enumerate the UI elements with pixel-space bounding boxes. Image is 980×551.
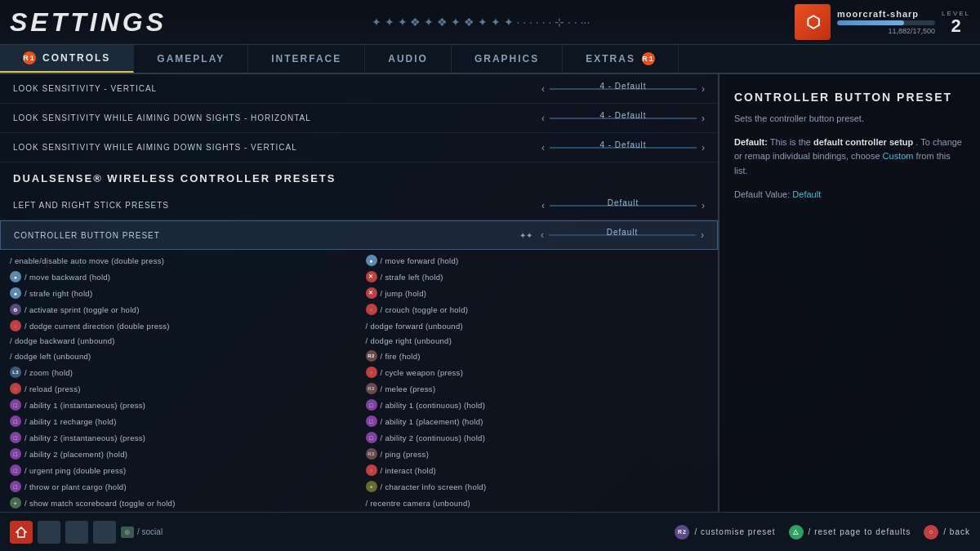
keybind-text-r6: / fire (hold) <box>381 352 421 361</box>
keybind-icon-r14: ✦ <box>366 481 377 492</box>
keybind-text-r8: / melee (press) <box>381 384 436 393</box>
bottom-left: ⊕ / social <box>10 521 163 544</box>
player-info: ⬡ moorcraft-sharp 11,882/17,500 LEVEL 2 <box>795 4 970 40</box>
keybind-icon-l7: L3 <box>10 367 21 378</box>
keybind-icon-l11: □ <box>10 432 21 443</box>
tab-extras[interactable]: EXTRAS R1 <box>563 45 679 73</box>
setting-row-button-preset[interactable]: CONTROLLER BUTTON PRESET ✦✦ ‹ Default › <box>0 220 718 250</box>
arrow-right-look-v-ads[interactable]: › <box>702 142 705 153</box>
bottom-home-btn[interactable] <box>10 521 33 544</box>
header: SETTINGS ✦ ✦ ✦ ❖ ✦ ❖ ✦ ❖ ✦ ✦ ✦ · · · · ·… <box>0 0 980 45</box>
keybind-icon-r3: ○ <box>366 304 377 315</box>
btn-triangle: △ <box>789 525 804 540</box>
xp-text: 11,882/17,500 <box>837 27 935 35</box>
keybind-text-l8: / reload (press) <box>24 384 81 393</box>
info-title: CONTROLLER BUTTON PRESET <box>734 91 965 104</box>
keybind-icon-r7: ○ <box>366 367 377 378</box>
keybind-left-6: / dodge left (unbound) <box>7 349 356 363</box>
keybind-text-r2: / jump (hold) <box>381 289 427 298</box>
setting-value-stick: Default <box>550 205 697 207</box>
value-bar-button: Default <box>549 234 696 236</box>
keybind-right-7: ○ / cycle weapon (press) <box>363 365 712 380</box>
keybind-text-r15: / recentre camera (unbound) <box>366 499 471 508</box>
value-text-stick: Default <box>550 198 697 207</box>
keybind-left-12: □ / ability 2 (placement) (hold) <box>7 447 356 461</box>
setting-control-button: ✦✦ ‹ Default › <box>519 229 704 241</box>
preset-icon: ✦✦ <box>519 231 532 240</box>
arrow-left-stick[interactable]: ‹ <box>541 200 545 211</box>
page-title: SETTINGS <box>10 7 167 38</box>
keybind-text-l9: / ability 1 (instantaneous) (press) <box>24 401 145 410</box>
xp-bar <box>837 20 935 25</box>
keybind-text-r10: / ability 1 (placement) (hold) <box>381 417 483 426</box>
bottom-tab-3[interactable] <box>93 521 116 544</box>
keybind-text-l6: / dodge left (unbound) <box>10 352 91 361</box>
header-icons: ✦ ✦ ✦ ❖ ✦ ❖ ✦ ❖ ✦ ✦ ✦ · · · · · · ⊹ · · … <box>167 16 795 29</box>
arrow-right-stick[interactable]: › <box>702 200 705 211</box>
keybind-left-10: □ / ability 1 recharge (hold) <box>7 414 356 429</box>
info-default-text-1: This is the <box>770 137 813 147</box>
keybind-text-r9: / ability 1 (continuous) (hold) <box>381 401 486 410</box>
arrow-right-button[interactable]: › <box>701 229 704 241</box>
keybind-right-3: ○ / crouch (toggle or hold) <box>363 302 712 317</box>
bottom-tab-2[interactable] <box>65 521 88 544</box>
setting-control-look-h-ads: ‹ 4 - Default › <box>541 113 705 124</box>
keybind-icon-l3: ⚙ <box>10 304 21 315</box>
btn-circle: ○ <box>924 525 938 540</box>
tab-audio[interactable]: AUDIO <box>365 45 452 73</box>
tab-graphics[interactable]: GRAPHICS <box>452 45 563 73</box>
keybind-right-4: / dodge forward (unbound) <box>363 318 712 333</box>
arrow-left-look-v[interactable]: ‹ <box>541 83 545 95</box>
keybind-left-14: □ / throw or plant cargo (hold) <box>7 479 356 494</box>
value-bar-look-v: 4 - Default <box>550 88 697 90</box>
setting-value-look-v-ads: 4 - Default <box>550 147 697 149</box>
xp-fill <box>837 20 904 25</box>
controls-badge-left: R1 <box>23 51 36 64</box>
tab-gameplay[interactable]: GAMEPLAY <box>134 45 248 73</box>
keybind-icon-l9: □ <box>10 399 21 411</box>
info-default-bold: default controller setup <box>813 137 913 147</box>
bottom-tab-1[interactable] <box>38 521 60 544</box>
keybind-text-r4: / dodge forward (unbound) <box>366 322 463 331</box>
keybind-text-l1: / move backward (hold) <box>24 273 110 282</box>
setting-control-look-v-ads: ‹ 4 - Default › <box>541 142 705 153</box>
bottom-reset-label: / reset page to defaults <box>808 527 911 536</box>
bottom-action-reset: △ / reset page to defaults <box>789 525 911 540</box>
extras-badge-right: R1 <box>642 52 655 65</box>
keybind-left-4: ○ / dodge current direction (double pres… <box>7 318 356 333</box>
keybind-text-l10: / ability 1 recharge (hold) <box>24 417 117 426</box>
setting-value-button: Default <box>549 234 696 236</box>
info-default-value-line: Default Value: Default <box>734 189 965 199</box>
setting-row-stick-preset[interactable]: LEFT AND RIGHT STICK PRESETS ‹ Default › <box>0 191 718 220</box>
tab-interface-label: INTERFACE <box>271 53 341 64</box>
info-default-body: Default: This is the default controller … <box>734 136 965 179</box>
arrow-left-look-v-ads[interactable]: ‹ <box>541 142 545 153</box>
tab-audio-label: AUDIO <box>388 53 428 64</box>
keybind-left-7: L3 / zoom (hold) <box>7 365 356 380</box>
section-header-presets: DUALSENSE® WIRELESS CONTROLLER PRESETS <box>0 162 718 191</box>
info-panel: CONTROLLER BUTTON PRESET Sets the contro… <box>719 74 980 512</box>
setting-control-look-v: ‹ 4 - Default › <box>541 83 705 95</box>
keybind-left-11: □ / ability 2 (instantaneous) (press) <box>7 430 356 445</box>
info-default-value-label: Default Value: <box>734 189 792 199</box>
keybind-icon-r9: □ <box>366 399 377 411</box>
keybind-right-10: □ / ability 1 (placement) (hold) <box>363 414 712 429</box>
bottom-action-customise: R2 / customise preset <box>675 525 775 540</box>
arrow-left-look-h-ads[interactable]: ‹ <box>541 113 545 124</box>
keybind-text-l5: / dodge backward (unbound) <box>10 336 115 345</box>
keybind-right-14: ✦ / character info screen (hold) <box>363 479 712 494</box>
keybind-left-0: / enable/disable auto move (double press… <box>7 253 356 268</box>
arrow-left-button[interactable]: ‹ <box>541 229 544 241</box>
arrow-right-look-v[interactable]: › <box>702 83 705 95</box>
tab-interface[interactable]: INTERFACE <box>248 45 365 73</box>
keybind-icon-l8: ○ <box>10 383 21 394</box>
keybind-right-1: ✕ / strafe left (hold) <box>363 269 712 284</box>
setting-label-look-v-ads: LOOK SENSITIVITY WHILE AIMING DOWN SIGHT… <box>13 143 541 152</box>
keybind-text-r12: / ping (press) <box>381 450 430 459</box>
tab-controls[interactable]: R1 CONTROLS <box>0 45 134 73</box>
keybind-icon-r1: ✕ <box>366 271 377 282</box>
setting-control-stick: ‹ Default › <box>541 200 705 211</box>
keybind-text-r7: / cycle weapon (press) <box>381 368 464 377</box>
keybind-text-l7: / zoom (hold) <box>24 368 73 377</box>
arrow-right-look-h-ads[interactable]: › <box>702 113 705 124</box>
